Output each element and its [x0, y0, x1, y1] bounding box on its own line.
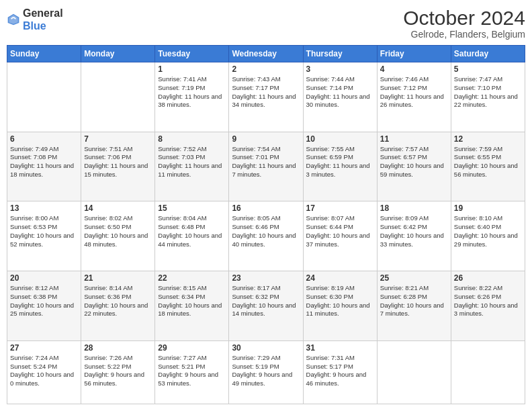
calendar-cell: 21Sunrise: 8:14 AM Sunset: 6:36 PM Dayli… — [81, 271, 155, 341]
day-number: 27 — [10, 343, 78, 353]
cell-details: Sunrise: 7:27 AM Sunset: 5:21 PM Dayligh… — [158, 354, 226, 388]
header: General Blue October 2024 Gelrode, Fland… — [7, 7, 525, 40]
day-number: 6 — [10, 134, 78, 144]
day-number: 15 — [158, 203, 226, 213]
calendar-table: SundayMondayTuesdayWednesdayThursdayFrid… — [7, 45, 525, 404]
cell-details: Sunrise: 7:52 AM Sunset: 7:03 PM Dayligh… — [158, 145, 226, 179]
calendar-cell: 17Sunrise: 8:07 AM Sunset: 6:44 PM Dayli… — [303, 201, 377, 271]
calendar-page: General Blue October 2024 Gelrode, Fland… — [0, 0, 532, 411]
day-header-wednesday: Wednesday — [229, 46, 303, 62]
day-header-sunday: Sunday — [7, 46, 81, 62]
day-number: 26 — [454, 273, 522, 283]
calendar-cell: 29Sunrise: 7:27 AM Sunset: 5:21 PM Dayli… — [155, 340, 229, 404]
calendar-cell: 24Sunrise: 8:19 AM Sunset: 6:30 PM Dayli… — [303, 271, 377, 341]
calendar-cell: 26Sunrise: 8:22 AM Sunset: 6:26 PM Dayli… — [451, 271, 525, 341]
day-number: 4 — [380, 64, 448, 74]
cell-details: Sunrise: 7:26 AM Sunset: 5:22 PM Dayligh… — [84, 354, 152, 388]
cell-details: Sunrise: 7:55 AM Sunset: 6:59 PM Dayligh… — [306, 145, 374, 179]
calendar-cell — [7, 62, 81, 132]
cell-details: Sunrise: 7:44 AM Sunset: 7:14 PM Dayligh… — [306, 75, 374, 109]
calendar-cell: 2Sunrise: 7:43 AM Sunset: 7:17 PM Daylig… — [229, 62, 303, 132]
calendar-cell: 16Sunrise: 8:05 AM Sunset: 6:46 PM Dayli… — [229, 201, 303, 271]
day-number: 21 — [84, 273, 152, 283]
calendar-cell: 27Sunrise: 7:24 AM Sunset: 5:24 PM Dayli… — [7, 340, 81, 404]
month-title: October 2024 — [403, 7, 525, 29]
cell-details: Sunrise: 7:59 AM Sunset: 6:55 PM Dayligh… — [454, 145, 522, 179]
day-number: 14 — [84, 203, 152, 213]
day-number: 16 — [232, 203, 300, 213]
day-number: 9 — [232, 134, 300, 144]
day-number: 19 — [454, 203, 522, 213]
calendar-cell: 4Sunrise: 7:46 AM Sunset: 7:12 PM Daylig… — [377, 62, 451, 132]
cell-details: Sunrise: 7:54 AM Sunset: 7:01 PM Dayligh… — [232, 145, 300, 179]
calendar-cell: 11Sunrise: 7:57 AM Sunset: 6:57 PM Dayli… — [377, 132, 451, 201]
day-number: 2 — [232, 64, 300, 74]
day-number: 1 — [158, 64, 226, 74]
day-number: 20 — [10, 273, 78, 283]
logo-icon — [7, 13, 20, 26]
cell-details: Sunrise: 8:05 AM Sunset: 6:46 PM Dayligh… — [232, 214, 300, 248]
day-header-thursday: Thursday — [303, 46, 377, 62]
cell-details: Sunrise: 7:51 AM Sunset: 7:06 PM Dayligh… — [84, 145, 152, 179]
day-number: 28 — [84, 343, 152, 353]
calendar-cell — [451, 340, 525, 404]
cell-details: Sunrise: 8:19 AM Sunset: 6:30 PM Dayligh… — [306, 284, 374, 318]
calendar-cell: 8Sunrise: 7:52 AM Sunset: 7:03 PM Daylig… — [155, 132, 229, 201]
day-number: 23 — [232, 273, 300, 283]
calendar-cell: 5Sunrise: 7:47 AM Sunset: 7:10 PM Daylig… — [451, 62, 525, 132]
calendar-cell: 7Sunrise: 7:51 AM Sunset: 7:06 PM Daylig… — [81, 132, 155, 201]
cell-details: Sunrise: 8:00 AM Sunset: 6:53 PM Dayligh… — [10, 214, 78, 248]
cell-details: Sunrise: 8:09 AM Sunset: 6:42 PM Dayligh… — [380, 214, 448, 248]
calendar-cell: 1Sunrise: 7:41 AM Sunset: 7:19 PM Daylig… — [155, 62, 229, 132]
day-number: 29 — [158, 343, 226, 353]
calendar-cell: 9Sunrise: 7:54 AM Sunset: 7:01 PM Daylig… — [229, 132, 303, 201]
calendar-cell: 15Sunrise: 8:04 AM Sunset: 6:48 PM Dayli… — [155, 201, 229, 271]
cell-details: Sunrise: 7:29 AM Sunset: 5:19 PM Dayligh… — [232, 354, 300, 388]
calendar-cell: 22Sunrise: 8:15 AM Sunset: 6:34 PM Dayli… — [155, 271, 229, 341]
cell-details: Sunrise: 7:47 AM Sunset: 7:10 PM Dayligh… — [454, 75, 522, 109]
cell-details: Sunrise: 8:15 AM Sunset: 6:34 PM Dayligh… — [158, 284, 226, 318]
calendar-cell: 6Sunrise: 7:49 AM Sunset: 7:08 PM Daylig… — [7, 132, 81, 201]
cell-details: Sunrise: 8:12 AM Sunset: 6:38 PM Dayligh… — [10, 284, 78, 318]
calendar-week-1: 1Sunrise: 7:41 AM Sunset: 7:19 PM Daylig… — [7, 62, 525, 132]
day-number: 18 — [380, 203, 448, 213]
day-number: 7 — [84, 134, 152, 144]
day-number: 17 — [306, 203, 374, 213]
cell-details: Sunrise: 7:49 AM Sunset: 7:08 PM Dayligh… — [10, 145, 78, 179]
day-number: 10 — [306, 134, 374, 144]
calendar-week-2: 6Sunrise: 7:49 AM Sunset: 7:08 PM Daylig… — [7, 132, 525, 201]
calendar-week-3: 13Sunrise: 8:00 AM Sunset: 6:53 PM Dayli… — [7, 201, 525, 271]
calendar-cell: 25Sunrise: 8:21 AM Sunset: 6:28 PM Dayli… — [377, 271, 451, 341]
calendar-cell: 19Sunrise: 8:10 AM Sunset: 6:40 PM Dayli… — [451, 201, 525, 271]
calendar-cell — [81, 62, 155, 132]
calendar-cell: 28Sunrise: 7:26 AM Sunset: 5:22 PM Dayli… — [81, 340, 155, 404]
calendar-cell: 12Sunrise: 7:59 AM Sunset: 6:55 PM Dayli… — [451, 132, 525, 201]
cell-details: Sunrise: 8:21 AM Sunset: 6:28 PM Dayligh… — [380, 284, 448, 318]
day-number: 11 — [380, 134, 448, 144]
calendar-week-4: 20Sunrise: 8:12 AM Sunset: 6:38 PM Dayli… — [7, 271, 525, 341]
logo-text: General Blue — [23, 7, 63, 32]
calendar-cell: 30Sunrise: 7:29 AM Sunset: 5:19 PM Dayli… — [229, 340, 303, 404]
calendar-cell: 13Sunrise: 8:00 AM Sunset: 6:53 PM Dayli… — [7, 201, 81, 271]
day-number: 12 — [454, 134, 522, 144]
calendar-week-5: 27Sunrise: 7:24 AM Sunset: 5:24 PM Dayli… — [7, 340, 525, 404]
day-header-monday: Monday — [81, 46, 155, 62]
cell-details: Sunrise: 7:57 AM Sunset: 6:57 PM Dayligh… — [380, 145, 448, 179]
header-row: SundayMondayTuesdayWednesdayThursdayFrid… — [7, 46, 525, 62]
cell-details: Sunrise: 8:22 AM Sunset: 6:26 PM Dayligh… — [454, 284, 522, 318]
day-header-saturday: Saturday — [451, 46, 525, 62]
cell-details: Sunrise: 8:04 AM Sunset: 6:48 PM Dayligh… — [158, 214, 226, 248]
cell-details: Sunrise: 7:43 AM Sunset: 7:17 PM Dayligh… — [232, 75, 300, 109]
calendar-cell: 31Sunrise: 7:31 AM Sunset: 5:17 PM Dayli… — [303, 340, 377, 404]
cell-details: Sunrise: 7:24 AM Sunset: 5:24 PM Dayligh… — [10, 354, 78, 388]
calendar-cell: 3Sunrise: 7:44 AM Sunset: 7:14 PM Daylig… — [303, 62, 377, 132]
day-number: 31 — [306, 343, 374, 353]
day-number: 13 — [10, 203, 78, 213]
calendar-cell — [377, 340, 451, 404]
calendar-cell: 20Sunrise: 8:12 AM Sunset: 6:38 PM Dayli… — [7, 271, 81, 341]
cell-details: Sunrise: 8:10 AM Sunset: 6:40 PM Dayligh… — [454, 214, 522, 248]
cell-details: Sunrise: 7:31 AM Sunset: 5:17 PM Dayligh… — [306, 354, 374, 388]
cell-details: Sunrise: 8:17 AM Sunset: 6:32 PM Dayligh… — [232, 284, 300, 318]
day-number: 25 — [380, 273, 448, 283]
day-number: 3 — [306, 64, 374, 74]
